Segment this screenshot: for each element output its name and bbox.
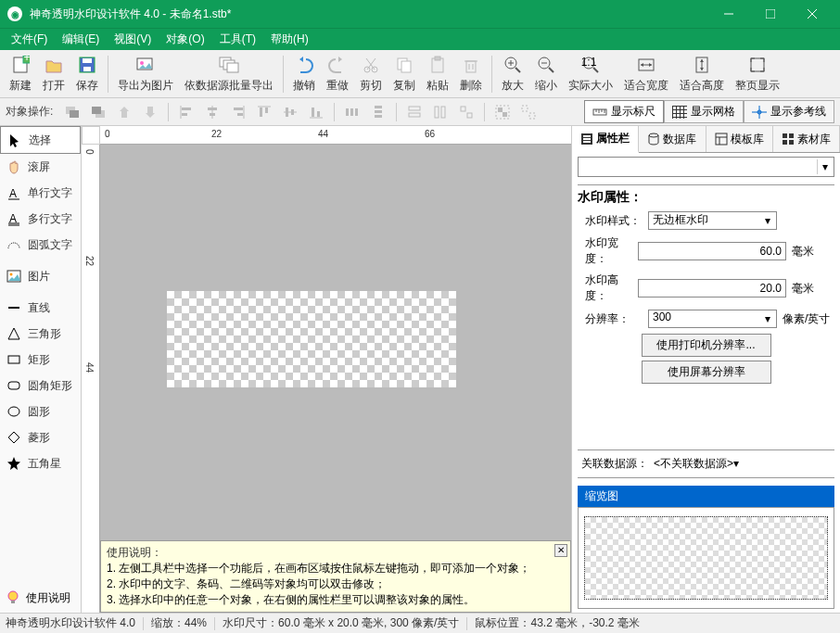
align-right-icon[interactable] xyxy=(228,102,248,122)
undo-button[interactable]: 撤销 xyxy=(287,52,321,96)
props-title: 水印属性： xyxy=(578,184,834,206)
watermark-canvas[interactable] xyxy=(167,291,456,387)
svg-rect-113 xyxy=(789,133,794,138)
svg-rect-99 xyxy=(8,356,19,363)
fit-page-button[interactable]: 整页显示 xyxy=(730,52,785,96)
svg-rect-76 xyxy=(461,107,465,111)
align-bottom-icon[interactable] xyxy=(306,102,326,122)
svg-rect-43 xyxy=(70,110,79,118)
tool-star[interactable]: 五角星 xyxy=(0,450,81,476)
object-selector-combo[interactable]: ▾ xyxy=(578,157,834,177)
use-printer-dpi-button[interactable]: 使用打印机分辨率... xyxy=(642,334,771,357)
help-close-button[interactable]: ✕ xyxy=(554,544,567,557)
group-icon[interactable] xyxy=(492,102,513,122)
align-left-icon[interactable] xyxy=(176,102,197,122)
menu-object[interactable]: 对象(O) xyxy=(159,29,211,50)
tool-triangle[interactable]: 三角形 xyxy=(0,321,81,347)
bring-forward-icon[interactable] xyxy=(114,102,134,122)
same-size-icon[interactable] xyxy=(456,102,477,122)
same-width-icon[interactable] xyxy=(404,102,425,122)
distribute-h-icon[interactable] xyxy=(342,102,363,122)
close-button[interactable] xyxy=(791,0,833,28)
svg-rect-69 xyxy=(375,106,382,108)
dpi-select[interactable]: 300▾ xyxy=(648,310,777,328)
tab-database[interactable]: 数据库 xyxy=(639,126,706,152)
menu-file[interactable]: 文件(F) xyxy=(4,29,55,50)
svg-point-102 xyxy=(8,591,18,601)
tool-select[interactable]: 选择 xyxy=(0,126,81,154)
cut-button[interactable]: 剪切 xyxy=(354,52,388,96)
menu-edit[interactable]: 编辑(E) xyxy=(55,29,107,50)
menu-help[interactable]: 帮助(H) xyxy=(263,29,316,50)
diamond-icon xyxy=(6,429,22,446)
align-center-h-icon[interactable] xyxy=(202,102,223,122)
help-button[interactable]: 使用说明 xyxy=(0,584,81,613)
menu-view[interactable]: 视图(V) xyxy=(107,29,159,50)
paste-button[interactable]: 粘贴 xyxy=(421,52,454,96)
batch-export-button[interactable]: 依数据源批量导出 xyxy=(179,52,279,96)
use-screen-dpi-button[interactable]: 使用屏幕分辨率 xyxy=(642,361,771,384)
actual-size-button[interactable]: 1:1实际大小 xyxy=(563,52,618,96)
tab-properties[interactable]: 属性栏 xyxy=(572,126,639,153)
tool-diamond[interactable]: 菱形 xyxy=(0,424,81,450)
tool-pan[interactable]: 滚屏 xyxy=(0,154,81,180)
ungroup-icon[interactable] xyxy=(518,102,539,122)
svg-rect-58 xyxy=(260,108,262,117)
status-size: 水印尺寸：60.0 毫米 x 20.0 毫米, 300 像素/英寸 xyxy=(223,615,459,631)
chevron-down-icon: ▾ xyxy=(761,311,774,326)
svg-rect-72 xyxy=(409,107,420,110)
tool-arc-text[interactable]: 圆弧文字 xyxy=(0,232,81,258)
tab-templates[interactable]: 模板库 xyxy=(706,126,773,152)
show-grid-toggle[interactable]: 显示网格 xyxy=(664,100,744,123)
show-ruler-toggle[interactable]: 显示标尺 xyxy=(584,100,664,123)
minimize-button[interactable] xyxy=(707,0,749,28)
tool-image[interactable]: 图片 xyxy=(0,263,81,289)
zoom-in-button[interactable]: 放大 xyxy=(496,52,529,96)
distribute-v-icon[interactable] xyxy=(368,102,388,122)
same-height-icon[interactable] xyxy=(430,102,451,122)
svg-rect-77 xyxy=(467,113,472,118)
tool-ellipse[interactable]: 圆形 xyxy=(0,399,81,424)
tool-line[interactable]: 直线 xyxy=(0,295,81,321)
menu-tools[interactable]: 工具(T) xyxy=(212,29,263,50)
bring-front-icon[interactable] xyxy=(62,102,83,122)
style-select[interactable]: 无边框水印▾ xyxy=(648,211,777,230)
align-top-icon[interactable] xyxy=(254,102,274,122)
maximize-button[interactable] xyxy=(749,0,791,28)
rect-icon xyxy=(6,351,22,368)
image-icon xyxy=(6,268,22,285)
tab-assets[interactable]: 素材库 xyxy=(773,126,840,152)
tool-rect[interactable]: 矩形 xyxy=(0,347,81,373)
send-back-icon[interactable] xyxy=(88,102,108,122)
triangle-icon xyxy=(6,325,22,342)
tool-round-rect[interactable]: 圆角矩形 xyxy=(0,373,81,399)
tool-multi-text[interactable]: A多行文字 xyxy=(0,206,81,232)
svg-line-32 xyxy=(549,68,554,72)
align-middle-v-icon[interactable] xyxy=(280,102,300,122)
show-guides-toggle[interactable]: 显示参考线 xyxy=(744,100,834,123)
copy-button[interactable]: 复制 xyxy=(388,52,421,96)
width-input[interactable] xyxy=(638,242,786,260)
export-image-button[interactable]: 导出为图片 xyxy=(112,52,179,96)
fit-width-button[interactable]: 适合宽度 xyxy=(618,52,674,96)
save-button[interactable]: 保存 xyxy=(70,52,104,96)
svg-rect-109 xyxy=(716,133,727,145)
fit-height-button[interactable]: 适合高度 xyxy=(674,52,730,96)
open-button[interactable]: 打开 xyxy=(37,52,70,96)
new-button[interactable]: +新建 xyxy=(4,52,37,96)
assoc-select[interactable]: <不关联数据源>▾ xyxy=(654,456,831,472)
svg-rect-23 xyxy=(466,61,476,72)
send-backward-icon[interactable] xyxy=(140,102,160,122)
redo-button[interactable]: 重做 xyxy=(321,52,354,96)
tool-single-text[interactable]: A单行文字 xyxy=(0,180,81,206)
svg-rect-41 xyxy=(751,58,764,71)
height-label: 水印高度： xyxy=(578,272,632,304)
delete-button[interactable]: 删除 xyxy=(454,52,488,96)
svg-rect-1 xyxy=(766,9,775,19)
height-input[interactable] xyxy=(638,279,786,298)
chevron-down-icon: ▾ xyxy=(733,457,739,470)
zoom-out-button[interactable]: 缩小 xyxy=(529,52,563,96)
height-unit: 毫米 xyxy=(792,281,834,297)
svg-point-97 xyxy=(10,273,13,276)
svg-rect-80 xyxy=(503,112,507,117)
